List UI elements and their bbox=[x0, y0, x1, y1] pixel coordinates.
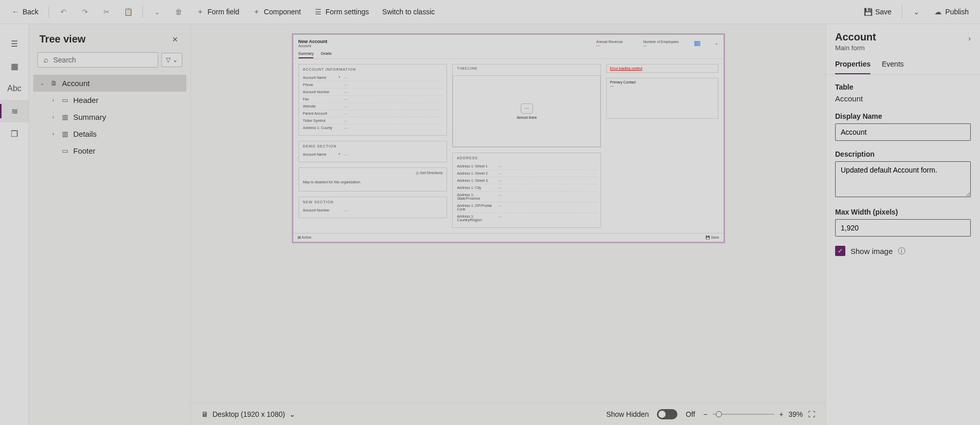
tree-item-summary[interactable]: › ▥ Summary bbox=[33, 109, 186, 125]
canvas-header: New Account Account Annual Revenue --- N… bbox=[293, 35, 723, 50]
field-street2[interactable]: Address 1: Street 2--- bbox=[457, 170, 596, 177]
redo-button[interactable]: ↷ bbox=[76, 5, 94, 19]
get-directions-link[interactable]: ◎ Get Directions bbox=[303, 171, 443, 175]
header-field-employees[interactable]: Number of Employees --- bbox=[643, 40, 678, 47]
show-hidden-toggle[interactable] bbox=[657, 409, 677, 419]
form-settings-button[interactable]: ☰ Form settings bbox=[309, 5, 374, 19]
filter-button[interactable]: ▽ ⌄ bbox=[161, 53, 182, 67]
cut-button[interactable]: ✂ bbox=[97, 5, 116, 19]
chevron-down-icon: ⌄ bbox=[912, 8, 921, 16]
trash-icon: 🗑 bbox=[175, 8, 183, 16]
zoom-in-button[interactable]: + bbox=[779, 410, 783, 418]
display-name-input[interactable] bbox=[835, 123, 971, 141]
footer-status: ▤ Active bbox=[297, 236, 312, 240]
description-label: Description bbox=[835, 150, 971, 158]
description-input[interactable] bbox=[835, 161, 971, 197]
max-width-label: Max Width (pixels) bbox=[835, 208, 971, 216]
back-label: Back bbox=[23, 8, 38, 16]
close-panel-button[interactable]: ✕ bbox=[170, 34, 180, 45]
field-account-number[interactable]: Account Number--- bbox=[303, 89, 443, 96]
canvas-tab-details[interactable]: Details bbox=[321, 52, 331, 58]
section-account-information[interactable]: ACCOUNT INFORMATION Account Name*--- Pho… bbox=[299, 64, 448, 136]
tree-item-account[interactable]: ⌄ 🗎 Account bbox=[33, 75, 186, 92]
section-timeline[interactable]: Timeline Almost there bbox=[452, 64, 601, 147]
rail-library[interactable]: ❐ bbox=[0, 122, 29, 145]
form-canvas[interactable]: New Account Account Annual Revenue --- N… bbox=[293, 34, 724, 242]
paste-button[interactable]: 📋 bbox=[119, 5, 137, 19]
save-button[interactable]: 💾 Save bbox=[859, 5, 897, 19]
field-street1[interactable]: Address 1: Street 1--- bbox=[457, 163, 596, 170]
section-map[interactable]: ◎ Get Directions Map is disabled for thi… bbox=[299, 167, 448, 192]
publish-label: Publish bbox=[945, 8, 969, 16]
viewport-selector[interactable]: 🖥 Desktop (1920 x 1080) ⌄ bbox=[201, 410, 295, 418]
section-address[interactable]: ADDRESS Address 1: Street 1--- Address 1… bbox=[452, 153, 601, 228]
table-value: Account bbox=[835, 94, 971, 103]
rail-components[interactable]: ▦ bbox=[0, 55, 29, 77]
rail-fields[interactable]: Abc bbox=[0, 77, 29, 100]
field-fax[interactable]: Fax--- bbox=[303, 96, 443, 103]
save-options-button[interactable]: ⌄ bbox=[907, 5, 926, 19]
field-phone[interactable]: Phone--- bbox=[303, 81, 443, 89]
header-field-annual-revenue[interactable]: Annual Revenue --- bbox=[596, 40, 623, 47]
footer-save[interactable]: 💾 Save bbox=[706, 236, 719, 240]
field-account-name[interactable]: Account Name*--- bbox=[303, 74, 443, 81]
table-label: Table bbox=[835, 83, 971, 91]
field-city[interactable]: Address 1: City--- bbox=[457, 184, 596, 192]
zoom-handle[interactable] bbox=[716, 411, 722, 417]
timeline-message: Almost there bbox=[517, 116, 537, 119]
search-box[interactable]: ⌕ bbox=[37, 52, 158, 68]
back-button[interactable]: ← Back bbox=[6, 5, 44, 19]
search-input[interactable] bbox=[53, 56, 154, 64]
canvas-subtitle: Account bbox=[299, 44, 328, 48]
tab-properties[interactable]: Properties bbox=[835, 60, 870, 74]
field-state[interactable]: Address 1: State/Province--- bbox=[457, 192, 596, 202]
canvas-tab-summary[interactable]: Summary bbox=[299, 52, 314, 58]
section-demo[interactable]: Demo Section Account Name*--- bbox=[299, 141, 448, 162]
publish-button[interactable]: ☁ Publish bbox=[929, 5, 974, 19]
field-ticker-symbol[interactable]: Ticker Symbol--- bbox=[303, 117, 443, 124]
tree-item-footer[interactable]: ▭ Footer bbox=[33, 142, 186, 159]
field-zip[interactable]: Address 1: ZIP/Postal Code--- bbox=[457, 202, 596, 213]
chevron-down-icon[interactable]: ⌄ bbox=[715, 41, 718, 46]
tree-item-header[interactable]: › ▭ Header bbox=[33, 92, 186, 109]
collapse-panel-button[interactable]: › bbox=[968, 31, 971, 42]
chevron-down-icon: ⌄ bbox=[173, 56, 178, 63]
search-icon: ⌕ bbox=[42, 56, 50, 64]
fit-to-screen-button[interactable]: ⛶ bbox=[808, 410, 815, 418]
monitor-icon: 🖥 bbox=[201, 410, 208, 418]
undo-icon: ↶ bbox=[59, 8, 68, 16]
rail-hamburger[interactable]: ☰ bbox=[0, 32, 29, 55]
publish-icon: ☁ bbox=[934, 8, 942, 16]
zoom-out-button[interactable]: − bbox=[704, 410, 708, 418]
field-website[interactable]: Website--- bbox=[303, 103, 443, 110]
field-address1-county[interactable]: Address 1: County--- bbox=[303, 124, 443, 131]
delete-button[interactable]: 🗑 bbox=[169, 5, 188, 19]
viewport-label: Desktop (1920 x 1080) bbox=[212, 410, 285, 418]
chevron-right-icon: › bbox=[50, 131, 57, 137]
undo-button[interactable]: ↶ bbox=[54, 5, 73, 19]
max-width-input[interactable] bbox=[835, 219, 971, 237]
field-country[interactable]: Address 1: Country/Region--- bbox=[457, 213, 596, 223]
chevron-down-icon: ⌄ bbox=[153, 8, 161, 16]
error-loading-control[interactable]: Error loading control bbox=[606, 64, 718, 73]
field-street3[interactable]: Address 1: Street 3--- bbox=[457, 177, 596, 184]
paste-options-button[interactable]: ⌄ bbox=[148, 5, 166, 19]
switch-to-classic-button[interactable]: Switch to classic bbox=[377, 5, 440, 19]
info-icon[interactable]: i bbox=[898, 247, 905, 254]
field-parent-account[interactable]: Parent Account--- bbox=[303, 110, 443, 117]
tab-icon: ▥ bbox=[61, 130, 69, 138]
primary-contact-label: Primary Contact bbox=[610, 80, 714, 84]
section-new-section[interactable]: New Section Account Number--- bbox=[299, 197, 448, 218]
section-primary-contact[interactable]: Primary Contact --- bbox=[606, 78, 718, 119]
field-account-number-new[interactable]: Account Number--- bbox=[303, 207, 443, 214]
show-image-checkbox[interactable]: ✓ bbox=[835, 246, 845, 256]
zoom-percent: 39% bbox=[789, 410, 803, 418]
add-component-button[interactable]: ＋ Component bbox=[247, 5, 306, 19]
zoom-slider[interactable] bbox=[713, 414, 774, 415]
tab-events[interactable]: Events bbox=[882, 60, 904, 74]
tree-item-label: Summary bbox=[73, 113, 106, 121]
rail-tree-view[interactable]: ≋ bbox=[0, 100, 29, 122]
field-account-name-demo[interactable]: Account Name*--- bbox=[303, 151, 443, 158]
tree-item-details[interactable]: › ▥ Details bbox=[33, 125, 186, 142]
add-form-field-button[interactable]: ＋ Form field bbox=[191, 5, 244, 19]
